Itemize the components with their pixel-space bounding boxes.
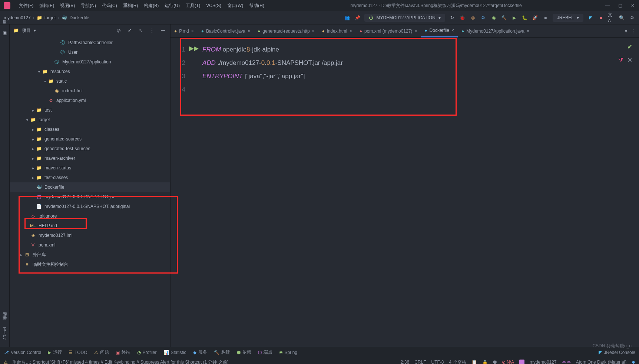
notification-icon[interactable]: ⚠ — [4, 360, 8, 364]
breadcrumb-project[interactable]: mydemo0127 — [4, 15, 31, 20]
search-icon[interactable]: 🔍 — [618, 14, 625, 21]
tree-item-target[interactable]: ▾📁target — [10, 115, 170, 125]
indent-setting[interactable]: 4 个空格 — [449, 359, 466, 364]
menu-code[interactable]: 代码(C) — [99, 3, 120, 9]
project-tree[interactable]: ⒸPathVariableControllerⒸUserⒸMydemo0127A… — [10, 36, 170, 347]
tree-item-maven-archiver[interactable]: ▸📁maven-archiver — [10, 153, 170, 163]
tool-version-control[interactable]: ⎇Version Control — [4, 350, 41, 355]
stop-icon[interactable]: ■ — [542, 14, 549, 21]
menu-navigate[interactable]: 导航(N) — [78, 3, 99, 9]
tree-arrow-icon[interactable]: ▸ — [30, 128, 36, 132]
tree-arrow-icon[interactable]: ▸ — [30, 108, 36, 112]
tab-dockerfile[interactable]: ●Dockerfile× — [421, 24, 458, 37]
maximize-button[interactable]: ▢ — [618, 3, 623, 8]
tree-item-mydemo0127-0-0-1-snapshot-jar[interactable]: ◫mydemo0127-0.0.1-SNAPSHOT.jar — [10, 192, 170, 202]
menu-build[interactable]: 构建(B) — [141, 3, 162, 9]
tree-item-classes[interactable]: ▸📁classes — [10, 125, 170, 134]
tree-item--[interactable]: ≡临时文件和控制台 — [10, 259, 170, 269]
ring-icon[interactable]: ◉ — [490, 14, 497, 21]
close-icon[interactable]: ✕ — [627, 56, 632, 64]
tree-arrow-icon[interactable]: ▸ — [30, 176, 36, 180]
tree-item-resources[interactable]: ▾📁resources — [10, 67, 170, 76]
tree-item-mydemo0127-iml[interactable]: ◈mydemo0127.iml — [10, 231, 170, 240]
translate-icon[interactable]: 文A — [608, 14, 615, 21]
tree-arrow-icon[interactable]: ▸ — [19, 253, 24, 257]
tab-mydemo0127application-java[interactable]: ●Mydemo0127Application.java× — [458, 24, 533, 37]
target-locate-icon[interactable]: ◎ — [115, 27, 122, 34]
rocket-icon[interactable]: 🚀 — [532, 14, 539, 21]
tree-item-test-classes[interactable]: ▸📁test-classes — [10, 173, 170, 182]
menu-run[interactable]: 运行(U) — [162, 3, 183, 9]
tree-item-maven-status[interactable]: ▸📁maven-status — [10, 163, 170, 173]
tool-spring[interactable]: ❀Spring — [279, 350, 298, 355]
collapse-icon[interactable]: ⤡ — [138, 27, 144, 34]
tool-dependencies[interactable]: ⬢依赖 — [237, 349, 251, 355]
tool-profiler[interactable]: ◔Profiler — [137, 350, 157, 355]
close-icon[interactable]: × — [414, 29, 417, 34]
tool-run[interactable]: ▶运行 — [48, 349, 62, 355]
tree-arrow-icon[interactable]: ▸ — [30, 156, 36, 161]
tree-arrow-icon[interactable]: ▸ — [30, 147, 36, 151]
tree-arrow-icon[interactable]: ▸ — [30, 137, 36, 141]
pin-icon[interactable]: 📌 — [354, 14, 361, 21]
tree-item-index-html[interactable]: ◉index.html — [10, 86, 170, 96]
tree-item--[interactable]: ▸⊞外部库 — [10, 250, 170, 259]
code-with-me-icon[interactable]: 👥 — [344, 14, 350, 21]
tool-statistic[interactable]: 📊Statistic — [163, 350, 186, 355]
menu-edit[interactable]: 编辑(E) — [36, 3, 57, 9]
tab-basiccontroller-java[interactable]: ●BasicController.java× — [198, 24, 254, 37]
tree-arrow-icon[interactable]: ▾ — [42, 79, 47, 83]
tree-arrow-icon[interactable]: ▾ — [36, 70, 42, 74]
tree-arrow-icon[interactable]: ▸ — [30, 166, 36, 170]
status-dot-icon[interactable]: ● — [632, 359, 635, 364]
menu-vcs[interactable]: VCS(S) — [203, 3, 224, 8]
inspection-ok-icon[interactable]: ✔ — [627, 43, 632, 51]
tree-item-generated-test-sources[interactable]: ▸📁generated-test-sources — [10, 144, 170, 153]
tool-icon[interactable]: ▣ — [3, 30, 7, 36]
status-icon[interactable]: ⬢ — [493, 360, 497, 364]
tree-item-pom-xml[interactable]: Vpom.xml — [10, 240, 170, 250]
run-gutter-icon[interactable]: ▶▶ — [189, 44, 199, 52]
tree-item-test[interactable]: ▸📁test — [10, 105, 170, 115]
breadcrumb-file[interactable]: Dockerfile — [69, 15, 89, 20]
tree-item-generated-sources[interactable]: ▸📁generated-sources — [10, 134, 170, 144]
menu-refactor[interactable]: 重构(R) — [120, 3, 141, 9]
file-encoding[interactable]: UTF-8 — [431, 360, 444, 364]
tree-item-static[interactable]: ▾📁static — [10, 76, 170, 86]
tree-item-user[interactable]: ⒸUser — [10, 47, 170, 57]
line-separator[interactable]: CRLF — [414, 360, 426, 364]
code-content[interactable]: FROM openjdk:8-jdk-alpine ADD ./mydemo01… — [189, 38, 343, 347]
tool-todo[interactable]: ☰TODO — [69, 350, 87, 355]
tree-arrow-icon[interactable]: ▾ — [24, 118, 30, 122]
gear-icon[interactable]: ⚙ — [480, 14, 487, 21]
menu-help[interactable]: 帮助(H) — [246, 3, 267, 9]
tree-item-mydemo0127-0-0-1-snapshot-jar-original[interactable]: 📄mydemo0127-0.0.1-SNAPSHOT.jar.original — [10, 202, 170, 211]
run-config-selector[interactable]: ⏻ MYDEMO0127APPLICATION ▾ — [364, 14, 445, 22]
target-icon[interactable]: ◎ — [470, 14, 476, 21]
close-icon[interactable]: × — [350, 29, 352, 34]
bug-icon[interactable]: 🐞 — [459, 14, 466, 21]
status-icon[interactable]: 🔒 — [482, 360, 488, 364]
more-icon[interactable]: ⋮ — [149, 27, 155, 34]
tab-dropdown-icon[interactable]: ▾ — [625, 29, 627, 34]
tool-services[interactable]: ◆服务 — [193, 349, 207, 355]
play-icon[interactable]: ▶ — [511, 14, 518, 21]
status-message[interactable]: 重命名…: Shortcut 'Shift+F6' missed 4 times… — [12, 359, 229, 364]
jrebel-stop-icon[interactable]: ■ — [597, 14, 604, 21]
code-editor[interactable]: 1 2 3 4 ▶▶ FROM openjdk:8-jdk-alpine ADD… — [170, 38, 639, 347]
jrebel-run-icon[interactable]: ◤ — [587, 14, 594, 21]
settings-icon[interactable]: ⚙ — [629, 14, 635, 21]
menu-tools[interactable]: 工具(T) — [183, 3, 203, 9]
menu-window[interactable]: 窗口(W) — [224, 3, 246, 9]
tree-item-pathvariablecontroller[interactable]: ⒸPathVariableController — [10, 38, 170, 47]
breadcrumb-folder[interactable]: target — [44, 15, 56, 20]
close-button[interactable]: ✕ — [630, 3, 635, 8]
na-indicator[interactable]: ⊘ N/A — [502, 360, 514, 364]
theme-name[interactable]: Atom One Dark (Material) — [576, 360, 627, 364]
hammer-icon[interactable]: 🔨 — [501, 14, 507, 21]
close-icon[interactable]: × — [312, 29, 315, 34]
close-icon[interactable]: × — [191, 29, 194, 34]
status-icon[interactable]: 📋 — [471, 360, 477, 364]
tool-problems[interactable]: ⚠问题 — [94, 349, 109, 355]
debug-icon[interactable]: 🐛 — [522, 14, 528, 21]
